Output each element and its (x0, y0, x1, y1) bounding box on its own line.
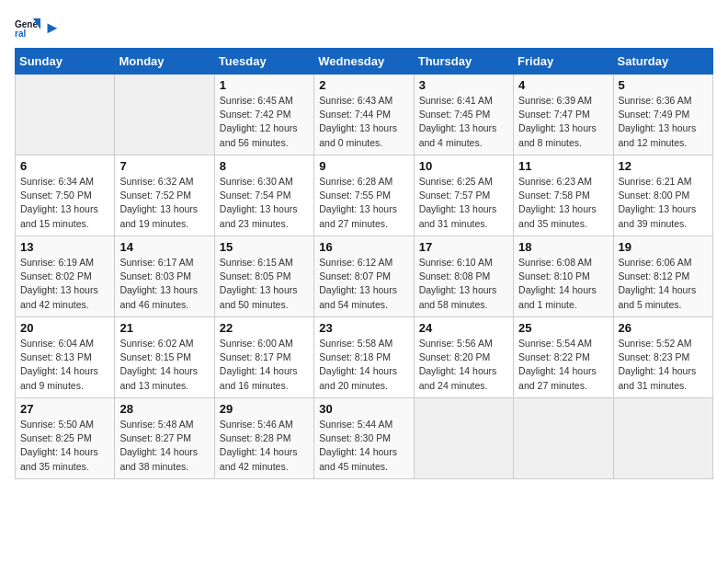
day-info: Sunrise: 6:02 AM Sunset: 8:15 PM Dayligh… (119, 337, 209, 393)
table-cell: 21Sunrise: 6:02 AM Sunset: 8:15 PM Dayli… (115, 317, 214, 398)
day-info: Sunrise: 6:10 AM Sunset: 8:08 PM Dayligh… (419, 256, 508, 312)
table-cell (514, 398, 613, 479)
day-info: Sunrise: 5:58 AM Sunset: 8:18 PM Dayligh… (319, 337, 408, 393)
table-cell: 23Sunrise: 5:58 AM Sunset: 8:18 PM Dayli… (314, 317, 414, 398)
table-cell: 11Sunrise: 6:23 AM Sunset: 7:58 PM Dayli… (514, 155, 613, 236)
day-info: Sunrise: 6:41 AM Sunset: 7:45 PM Dayligh… (419, 94, 508, 150)
weekday-header-sunday: Sunday (16, 49, 115, 75)
day-number: 13 (20, 240, 109, 254)
day-number: 12 (619, 159, 708, 173)
day-info: Sunrise: 6:34 AM Sunset: 7:50 PM Dayligh… (20, 175, 109, 231)
week-row-2: 6Sunrise: 6:34 AM Sunset: 7:50 PM Daylig… (16, 155, 713, 236)
calendar-table: SundayMondayTuesdayWednesdayThursdayFrid… (15, 48, 713, 479)
table-cell (414, 398, 513, 479)
table-cell (115, 75, 214, 155)
table-cell: 10Sunrise: 6:25 AM Sunset: 7:57 PM Dayli… (414, 155, 513, 236)
table-cell: 24Sunrise: 5:56 AM Sunset: 8:20 PM Dayli… (414, 317, 513, 398)
day-info: Sunrise: 6:36 AM Sunset: 7:49 PM Dayligh… (619, 94, 708, 150)
day-number: 15 (220, 240, 309, 254)
table-cell: 30Sunrise: 5:44 AM Sunset: 8:30 PM Dayli… (314, 398, 414, 479)
table-cell: 28Sunrise: 5:48 AM Sunset: 8:27 PM Dayli… (115, 398, 214, 479)
table-cell: 5Sunrise: 6:36 AM Sunset: 7:49 PM Daylig… (613, 75, 712, 155)
day-number: 20 (20, 321, 109, 335)
day-number: 27 (20, 402, 109, 416)
day-info: Sunrise: 6:25 AM Sunset: 7:57 PM Dayligh… (419, 175, 508, 231)
table-cell: 3Sunrise: 6:41 AM Sunset: 7:45 PM Daylig… (414, 75, 513, 155)
table-cell: 15Sunrise: 6:15 AM Sunset: 8:05 PM Dayli… (214, 236, 313, 317)
table-cell: 13Sunrise: 6:19 AM Sunset: 8:02 PM Dayli… (16, 236, 115, 317)
week-row-4: 20Sunrise: 6:04 AM Sunset: 8:13 PM Dayli… (16, 317, 713, 398)
day-info: Sunrise: 5:56 AM Sunset: 8:20 PM Dayligh… (419, 337, 508, 393)
weekday-header-friday: Friday (514, 49, 613, 75)
day-info: Sunrise: 6:12 AM Sunset: 8:07 PM Dayligh… (319, 256, 408, 312)
table-cell: 22Sunrise: 6:00 AM Sunset: 8:17 PM Dayli… (214, 317, 313, 398)
day-info: Sunrise: 6:23 AM Sunset: 7:58 PM Dayligh… (518, 175, 608, 231)
day-number: 26 (619, 321, 708, 335)
weekday-header-row: SundayMondayTuesdayWednesdayThursdayFrid… (16, 49, 713, 75)
weekday-header-wednesday: Wednesday (314, 49, 414, 75)
day-info: Sunrise: 6:17 AM Sunset: 8:03 PM Dayligh… (119, 256, 209, 312)
day-info: Sunrise: 6:39 AM Sunset: 7:47 PM Dayligh… (518, 94, 608, 150)
day-info: Sunrise: 6:32 AM Sunset: 7:52 PM Dayligh… (119, 175, 209, 231)
logo: Gene ral ► (15, 15, 61, 40)
day-number: 25 (518, 321, 608, 335)
table-cell: 1Sunrise: 6:45 AM Sunset: 7:42 PM Daylig… (214, 75, 313, 155)
day-number: 24 (419, 321, 508, 335)
day-info: Sunrise: 5:50 AM Sunset: 8:25 PM Dayligh… (20, 418, 109, 474)
day-info: Sunrise: 6:08 AM Sunset: 8:10 PM Dayligh… (518, 256, 608, 312)
day-info: Sunrise: 6:15 AM Sunset: 8:05 PM Dayligh… (220, 256, 309, 312)
weekday-header-monday: Monday (115, 49, 214, 75)
week-row-3: 13Sunrise: 6:19 AM Sunset: 8:02 PM Dayli… (16, 236, 713, 317)
table-cell (16, 75, 115, 155)
day-info: Sunrise: 6:00 AM Sunset: 8:17 PM Dayligh… (220, 337, 309, 393)
day-number: 4 (518, 78, 608, 92)
table-cell: 2Sunrise: 6:43 AM Sunset: 7:44 PM Daylig… (314, 75, 414, 155)
day-number: 5 (619, 78, 708, 92)
table-cell: 4Sunrise: 6:39 AM Sunset: 7:47 PM Daylig… (514, 75, 613, 155)
day-info: Sunrise: 6:45 AM Sunset: 7:42 PM Dayligh… (220, 94, 309, 150)
day-info: Sunrise: 6:19 AM Sunset: 8:02 PM Dayligh… (20, 256, 109, 312)
table-cell: 12Sunrise: 6:21 AM Sunset: 8:00 PM Dayli… (613, 155, 712, 236)
day-number: 3 (419, 78, 508, 92)
table-cell (613, 398, 712, 479)
day-number: 21 (119, 321, 209, 335)
weekday-header-tuesday: Tuesday (214, 49, 313, 75)
week-row-5: 27Sunrise: 5:50 AM Sunset: 8:25 PM Dayli… (16, 398, 713, 479)
day-info: Sunrise: 6:06 AM Sunset: 8:12 PM Dayligh… (619, 256, 708, 312)
weekday-header-thursday: Thursday (414, 49, 513, 75)
logo-icon: Gene ral (15, 15, 40, 40)
day-info: Sunrise: 6:30 AM Sunset: 7:54 PM Dayligh… (220, 175, 309, 231)
page-header: Gene ral ► (15, 15, 713, 40)
table-cell: 20Sunrise: 6:04 AM Sunset: 8:13 PM Dayli… (16, 317, 115, 398)
day-info: Sunrise: 6:43 AM Sunset: 7:44 PM Dayligh… (319, 94, 408, 150)
table-cell: 26Sunrise: 5:52 AM Sunset: 8:23 PM Dayli… (613, 317, 712, 398)
table-cell: 6Sunrise: 6:34 AM Sunset: 7:50 PM Daylig… (16, 155, 115, 236)
day-number: 14 (119, 240, 209, 254)
table-cell: 19Sunrise: 6:06 AM Sunset: 8:12 PM Dayli… (613, 236, 712, 317)
day-number: 6 (20, 159, 109, 173)
day-number: 9 (319, 159, 408, 173)
table-cell: 14Sunrise: 6:17 AM Sunset: 8:03 PM Dayli… (115, 236, 214, 317)
day-info: Sunrise: 6:04 AM Sunset: 8:13 PM Dayligh… (20, 337, 109, 393)
day-number: 16 (319, 240, 408, 254)
table-cell: 7Sunrise: 6:32 AM Sunset: 7:52 PM Daylig… (115, 155, 214, 236)
table-cell: 29Sunrise: 5:46 AM Sunset: 8:28 PM Dayli… (214, 398, 313, 479)
day-number: 17 (419, 240, 508, 254)
table-cell: 8Sunrise: 6:30 AM Sunset: 7:54 PM Daylig… (214, 155, 313, 236)
day-number: 1 (220, 78, 309, 92)
day-number: 10 (419, 159, 508, 173)
day-info: Sunrise: 5:44 AM Sunset: 8:30 PM Dayligh… (319, 418, 408, 474)
day-number: 28 (119, 402, 209, 416)
svg-text:ral: ral (15, 29, 26, 39)
day-number: 30 (319, 402, 408, 416)
day-number: 11 (518, 159, 608, 173)
day-number: 2 (319, 78, 408, 92)
day-info: Sunrise: 5:48 AM Sunset: 8:27 PM Dayligh… (119, 418, 209, 474)
table-cell: 25Sunrise: 5:54 AM Sunset: 8:22 PM Dayli… (514, 317, 613, 398)
day-info: Sunrise: 5:52 AM Sunset: 8:23 PM Dayligh… (619, 337, 708, 393)
day-number: 19 (619, 240, 708, 254)
table-cell: 27Sunrise: 5:50 AM Sunset: 8:25 PM Dayli… (16, 398, 115, 479)
day-info: Sunrise: 6:21 AM Sunset: 8:00 PM Dayligh… (619, 175, 708, 231)
day-number: 8 (220, 159, 309, 173)
week-row-1: 1Sunrise: 6:45 AM Sunset: 7:42 PM Daylig… (16, 75, 713, 155)
